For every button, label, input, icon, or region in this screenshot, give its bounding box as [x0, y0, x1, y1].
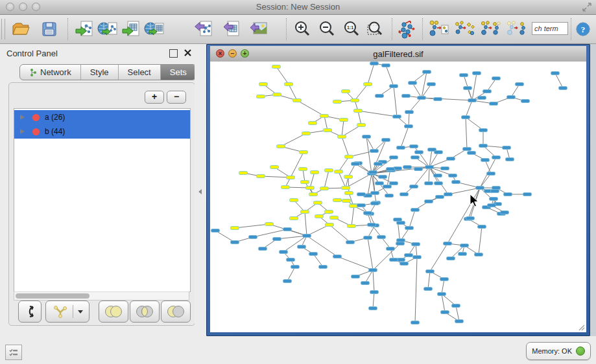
network-node-blue[interactable]	[390, 156, 398, 159]
network-node-blue[interactable]	[361, 282, 370, 285]
network-node-blue[interactable]	[369, 171, 377, 174]
network-node-blue[interactable]	[449, 174, 457, 177]
remove-set-button[interactable]: −	[167, 91, 186, 104]
network-node-blue[interactable]	[440, 278, 449, 281]
network-edge[interactable]	[428, 271, 430, 289]
network-edge[interactable]	[310, 172, 315, 188]
network-edge[interactable]	[358, 111, 397, 117]
network-edge[interactable]	[429, 167, 429, 183]
network-node-blue[interactable]	[411, 321, 420, 324]
network-edge[interactable]	[305, 212, 307, 236]
network-frame[interactable]: × − + galFiltered.sif	[206, 44, 590, 336]
network-node-blue[interactable]	[506, 158, 514, 161]
network-node-blue[interactable]	[452, 304, 460, 308]
network-node-blue[interactable]	[298, 245, 306, 249]
network-edge[interactable]	[466, 117, 467, 149]
network-edge[interactable]	[415, 257, 417, 323]
network-node-blue[interactable]	[370, 150, 379, 153]
network-node-blue[interactable]	[468, 99, 477, 102]
network-edge[interactable]	[329, 225, 350, 242]
network-node-blue[interactable]	[371, 202, 379, 205]
network-edge[interactable]	[442, 294, 445, 312]
network-edge[interactable]	[419, 152, 429, 167]
network-edge[interactable]	[289, 84, 297, 100]
export-table-button[interactable]	[219, 17, 243, 41]
network-node-blue[interactable]	[409, 82, 417, 85]
task-monitor-button[interactable]	[5, 345, 22, 360]
network-node-blue[interactable]	[476, 187, 484, 190]
network-node-yellow[interactable]	[325, 169, 333, 172]
network-frame-titlebar[interactable]: × − + galFiltered.sif	[210, 46, 586, 62]
network-node-blue[interactable]	[369, 307, 377, 310]
tab-network[interactable]: Network	[20, 65, 81, 80]
network-node-yellow[interactable]	[350, 205, 358, 208]
network-node-blue[interactable]	[425, 182, 433, 185]
network-node-yellow[interactable]	[302, 132, 311, 135]
network-node-yellow[interactable]	[309, 122, 317, 125]
network-node-blue[interactable]	[466, 217, 475, 220]
network-node-blue[interactable]	[387, 168, 395, 171]
network-edge[interactable]	[342, 137, 349, 157]
network-edge[interactable]	[430, 244, 447, 271]
network-node-blue[interactable]	[426, 270, 435, 273]
network-node-blue[interactable]	[434, 174, 442, 177]
network-edge[interactable]	[409, 112, 409, 126]
open-session-button[interactable]	[9, 17, 32, 41]
network-node-yellow[interactable]	[338, 135, 346, 139]
network-node-blue[interactable]	[459, 253, 467, 256]
search-input[interactable]	[532, 22, 568, 35]
network-node-blue[interactable]	[394, 218, 402, 222]
network-node-blue[interactable]	[402, 95, 411, 98]
network-node-blue[interactable]	[488, 204, 496, 207]
network-edge[interactable]	[472, 73, 477, 100]
network-node-blue[interactable]	[412, 243, 420, 246]
panel-splitter[interactable]	[195, 44, 206, 336]
network-edge[interactable]	[368, 238, 373, 270]
network-node-blue[interactable]	[405, 254, 413, 257]
network-edge[interactable]	[287, 267, 295, 281]
network-edge[interactable]	[339, 172, 346, 188]
network-node-blue[interactable]	[405, 125, 413, 128]
network-node-blue[interactable]	[273, 238, 281, 241]
network-edge[interactable]	[485, 160, 491, 174]
network-node-blue[interactable]	[441, 167, 449, 170]
network-edge[interactable]	[352, 205, 354, 226]
network-node-blue[interactable]	[346, 241, 355, 244]
network-edge[interactable]	[479, 227, 482, 255]
network-node-blue[interactable]	[259, 247, 267, 251]
expand-triangle-icon[interactable]	[20, 129, 25, 134]
network-node-yellow[interactable]	[335, 170, 343, 174]
zoom-in-button[interactable]	[291, 17, 314, 41]
network-node-blue[interactable]	[516, 83, 524, 86]
network-node-blue[interactable]	[287, 258, 295, 262]
network-node-yellow[interactable]	[357, 124, 366, 127]
apply-layout-button[interactable]	[396, 17, 419, 41]
network-node-blue[interactable]	[375, 182, 384, 185]
network-edge[interactable]	[281, 133, 306, 146]
network-node-yellow[interactable]	[293, 99, 302, 102]
network-node-blue[interactable]	[424, 288, 433, 291]
network-node-yellow[interactable]	[300, 151, 308, 154]
split-set-button[interactable]	[18, 301, 42, 323]
network-node-yellow[interactable]	[348, 225, 356, 228]
network-node-yellow[interactable]	[330, 216, 339, 220]
network-node-blue[interactable]	[444, 242, 452, 245]
network-node-blue[interactable]	[473, 72, 481, 75]
network-edge[interactable]	[442, 279, 444, 294]
network-node-yellow[interactable]	[354, 109, 363, 113]
network-node-blue[interactable]	[447, 257, 455, 260]
network-node-blue[interactable]	[418, 97, 426, 100]
network-node-yellow[interactable]	[270, 166, 279, 169]
network-node-yellow[interactable]	[340, 119, 348, 122]
network-node-blue[interactable]	[481, 159, 490, 162]
network-node-blue[interactable]	[434, 98, 442, 101]
network-node-yellow[interactable]	[333, 100, 342, 104]
network-node-blue[interactable]	[427, 83, 436, 86]
network-node-yellow[interactable]	[301, 210, 309, 214]
network-edge[interactable]	[412, 83, 422, 98]
zoom-selected-button[interactable]	[363, 17, 387, 41]
network-node-yellow[interactable]	[314, 201, 322, 205]
network-node-yellow[interactable]	[309, 193, 318, 196]
network-node-blue[interactable]	[490, 102, 498, 106]
network-edge[interactable]	[429, 167, 448, 194]
